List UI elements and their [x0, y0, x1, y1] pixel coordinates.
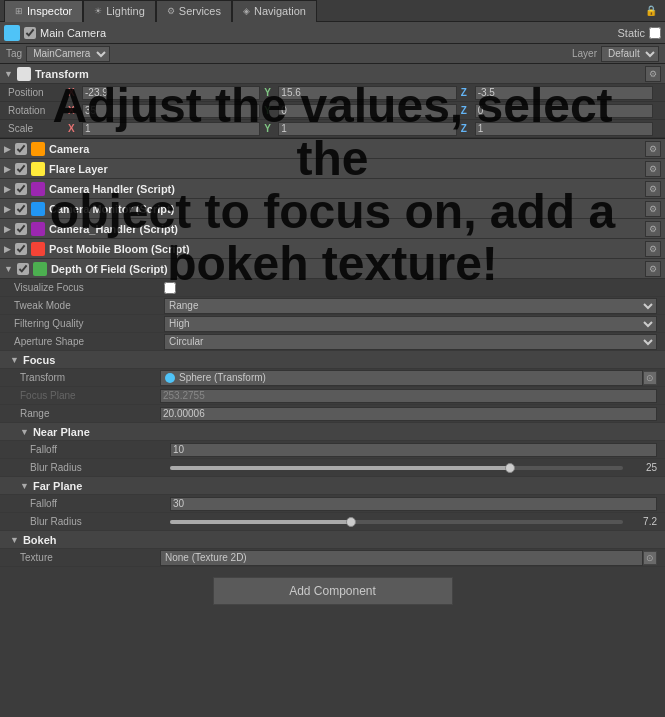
near-blur-fill	[170, 466, 510, 470]
layer-dropdown[interactable]: Default	[601, 46, 659, 62]
flare-active-checkbox[interactable]	[15, 163, 27, 175]
bloom-triangle: ▶	[4, 244, 11, 254]
camera-title: Camera	[49, 143, 643, 155]
sz-axis-label: Z	[461, 123, 475, 134]
far-blur-row: Blur Radius 7.2	[0, 513, 665, 531]
near-falloff-row: Falloff	[0, 441, 665, 459]
camera-handler2-settings-btn[interactable]: ⚙	[645, 221, 661, 237]
tab-services-label: Services	[179, 5, 221, 17]
camera-active-checkbox[interactable]	[15, 143, 27, 155]
transform-settings-btn[interactable]: ⚙	[645, 66, 661, 82]
tweak-mode-label: Tweak Mode	[14, 300, 164, 311]
camera-handler-section-header[interactable]: ▶ Camera Handler (Script) ⚙	[0, 179, 665, 199]
bloom-section-header[interactable]: ▶ Post Mobile Bloom (Script) ⚙	[0, 239, 665, 259]
dof-checkbox[interactable]	[17, 263, 29, 275]
object-active-checkbox[interactable]	[24, 27, 36, 39]
services-icon: ⚙	[167, 6, 175, 16]
aperture-shape-select[interactable]: Circular	[164, 334, 657, 350]
position-z-input[interactable]	[475, 86, 653, 100]
flare-section-header[interactable]: ▶ Flare Layer ⚙	[0, 159, 665, 179]
y-axis-label: Y	[264, 87, 278, 98]
focus-plane-input[interactable]	[160, 389, 657, 403]
add-component-button[interactable]: Add Component	[213, 577, 453, 605]
near-falloff-input[interactable]	[170, 443, 657, 457]
bloom-title: Post Mobile Bloom (Script)	[49, 243, 643, 255]
rotation-x-input[interactable]	[82, 104, 260, 118]
tab-lighting[interactable]: ☀ Lighting	[83, 0, 156, 22]
bokeh-group-header[interactable]: ▼ Bokeh	[0, 531, 665, 549]
tag-dropdown[interactable]: MainCamera	[26, 46, 110, 62]
focus-plane-row: Focus Plane	[0, 387, 665, 405]
texture-label: Texture	[20, 552, 160, 563]
rotation-z-input[interactable]	[475, 104, 653, 118]
sy-axis-label: Y	[264, 123, 278, 134]
focus-group-triangle: ▼	[10, 355, 19, 365]
static-label: Static	[617, 27, 645, 39]
camera-handler-triangle: ▶	[4, 184, 11, 194]
near-plane-label: Near Plane	[33, 426, 90, 438]
camera-handler-checkbox[interactable]	[15, 183, 27, 195]
far-blur-thumb[interactable]	[346, 517, 356, 527]
camera-monitor-settings-btn[interactable]: ⚙	[645, 201, 661, 217]
filtering-quality-row: Filtering Quality High	[0, 315, 665, 333]
camera-handler2-icon	[31, 222, 45, 236]
position-x-input[interactable]	[82, 86, 260, 100]
scale-z-input[interactable]	[475, 122, 653, 136]
transform-header[interactable]: ▼ Transform ⚙	[0, 64, 665, 84]
flare-triangle: ▶	[4, 164, 11, 174]
transform-picker-btn[interactable]: ⊙	[643, 371, 657, 385]
rx-axis-label: X	[68, 105, 82, 116]
tweak-mode-select[interactable]: Range	[164, 298, 657, 314]
position-y-input[interactable]	[278, 86, 456, 100]
range-input[interactable]	[160, 407, 657, 421]
scale-y-input[interactable]	[278, 122, 456, 136]
dof-transform-label: Transform	[20, 372, 160, 383]
camera-section-header[interactable]: ▶ Camera ⚙	[0, 139, 665, 159]
far-falloff-input[interactable]	[170, 497, 657, 511]
filtering-quality-select[interactable]: High	[164, 316, 657, 332]
z-axis-label: Z	[461, 87, 475, 98]
flare-settings-btn[interactable]: ⚙	[645, 161, 661, 177]
camera-settings-btn[interactable]: ⚙	[645, 141, 661, 157]
camera-monitor-section-header[interactable]: ▶ Camera Monitor (Script) ⚙	[0, 199, 665, 219]
far-plane-header[interactable]: ▼ Far Plane	[0, 477, 665, 495]
far-blur-fill	[170, 520, 351, 524]
dof-section-header[interactable]: ▼ Depth Of Field (Script) ⚙	[0, 259, 665, 279]
tab-navigation-label: Navigation	[254, 5, 306, 17]
static-checkbox[interactable]	[649, 27, 661, 39]
focus-group-header[interactable]: ▼ Focus	[0, 351, 665, 369]
dof-title: Depth Of Field (Script)	[51, 263, 643, 275]
far-plane-label: Far Plane	[33, 480, 83, 492]
camera-handler2-section-header[interactable]: ▶ Camera_Handler (Script) ⚙	[0, 219, 665, 239]
scale-x-input[interactable]	[82, 122, 260, 136]
camera-handler2-checkbox[interactable]	[15, 223, 27, 235]
transform-icon	[17, 67, 31, 81]
texture-picker-btn[interactable]: ⊙	[643, 551, 657, 565]
tab-lighting-label: Lighting	[106, 5, 145, 17]
texture-row: Texture None (Texture 2D) ⊙	[0, 549, 665, 567]
rotation-label: Rotation	[8, 105, 68, 116]
ry-axis-label: Y	[264, 105, 278, 116]
bloom-checkbox[interactable]	[15, 243, 27, 255]
tab-navigation[interactable]: ◈ Navigation	[232, 0, 317, 22]
rz-axis-label: Z	[461, 105, 475, 116]
tab-inspector[interactable]: ⊞ Inspector	[4, 0, 83, 22]
dof-icon	[33, 262, 47, 276]
near-blur-thumb[interactable]	[505, 463, 515, 473]
camera-monitor-title: Camera Monitor (Script)	[49, 203, 643, 215]
scale-label: Scale	[8, 123, 68, 134]
visualize-focus-checkbox[interactable]	[164, 282, 176, 294]
tab-services[interactable]: ⚙ Services	[156, 0, 232, 22]
near-falloff-label: Falloff	[30, 444, 170, 455]
near-plane-header[interactable]: ▼ Near Plane	[0, 423, 665, 441]
camera-monitor-checkbox[interactable]	[15, 203, 27, 215]
lock-icon[interactable]: 🔒	[645, 5, 657, 16]
object-name: Main Camera	[40, 27, 617, 39]
sphere-icon	[165, 373, 175, 383]
tweak-mode-row: Tweak Mode Range	[0, 297, 665, 315]
camera-handler-settings-btn[interactable]: ⚙	[645, 181, 661, 197]
camera-handler2-title: Camera_Handler (Script)	[49, 223, 643, 235]
rotation-y-input[interactable]	[278, 104, 456, 118]
dof-settings-btn[interactable]: ⚙	[645, 261, 661, 277]
bloom-settings-btn[interactable]: ⚙	[645, 241, 661, 257]
